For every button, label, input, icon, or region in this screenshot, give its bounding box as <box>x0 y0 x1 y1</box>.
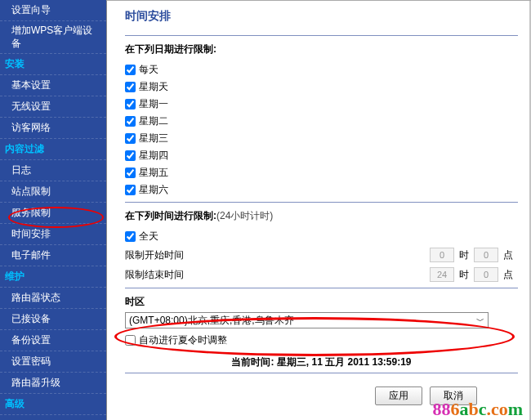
sidebar-item-basic[interactable]: 基本设置 <box>0 75 106 96</box>
start-time-label: 限制开始时间 <box>125 248 272 262</box>
chk-label: 星期三 <box>139 132 168 144</box>
chk-saturday[interactable] <box>125 185 136 195</box>
sidebar-item-wps[interactable]: 增加WPS客户端设备 <box>0 21 106 54</box>
tz-title: 时区 <box>125 295 518 309</box>
apply-button[interactable]: 应用 <box>375 386 422 405</box>
sidebar: 设置向导 增加WPS客户端设备 安装 基本设置 无线设置 访客网络 内容过滤 日… <box>0 0 106 420</box>
divider <box>125 288 518 288</box>
chk-label: 星期六 <box>139 184 168 195</box>
chk-label: 全天 <box>139 230 158 242</box>
chk-label: 自动进行夏令时调整 <box>139 334 227 346</box>
date-section-title: 在下列日期进行限制: <box>125 42 518 56</box>
chk-friday[interactable] <box>125 168 136 178</box>
end-min-input[interactable] <box>474 267 498 282</box>
chk-thursday[interactable] <box>125 150 136 161</box>
min-suffix: 点 <box>503 268 513 282</box>
sidebar-item-block-sites[interactable]: 站点限制 <box>0 181 106 203</box>
chk-sunday[interactable] <box>125 82 136 92</box>
time-note: (24小时计时) <box>216 210 273 221</box>
start-min-input[interactable] <box>474 248 498 262</box>
chevron-down-icon: ﹀ <box>476 315 484 327</box>
chk-label: 星期二 <box>139 115 168 127</box>
chk-label: 星期四 <box>139 150 168 161</box>
sidebar-item-password[interactable]: 设置密码 <box>0 351 106 373</box>
hour-suffix: 时 <box>459 248 469 262</box>
sidebar-item-guest[interactable]: 访客网络 <box>0 118 106 139</box>
current-time-label: 当前时间: <box>231 356 274 368</box>
sidebar-item-attached[interactable]: 已接设备 <box>0 309 106 330</box>
sidebar-item-log[interactable]: 日志 <box>0 160 106 181</box>
timezone-select[interactable]: (GMT+08:00)北京,重庆,香港,乌鲁木齐 ﹀ <box>125 312 489 328</box>
sidebar-item-wireless[interactable]: 无线设置 <box>0 96 106 118</box>
time-title-text: 在下列时间进行限制: <box>125 210 216 221</box>
chk-label: 每天 <box>139 64 158 75</box>
divider <box>125 202 518 203</box>
sidebar-item-status[interactable]: 路由器状态 <box>0 288 106 309</box>
end-hour-input[interactable] <box>430 267 454 282</box>
chk-label: 星期天 <box>139 81 168 92</box>
main-panel: 时间安排 在下列日期进行限制: 每天 星期天 星期一 星期二 星期三 星期四 星… <box>106 0 531 420</box>
sidebar-section-adv: 高级 <box>0 394 106 415</box>
page-title: 时间安排 <box>125 7 518 32</box>
chk-label: 星期一 <box>139 98 168 109</box>
chk-dst[interactable] <box>125 335 136 346</box>
sidebar-section-filter: 内容过滤 <box>0 139 106 160</box>
sidebar-item-email[interactable]: 电子邮件 <box>0 245 106 266</box>
chk-wednesday[interactable] <box>125 133 136 144</box>
sidebar-section-maint: 维护 <box>0 266 106 288</box>
current-time-value: 星期三, 11 五月 2011 13:59:19 <box>277 356 412 368</box>
sidebar-item-adv-wireless[interactable]: 无线设置 <box>0 415 106 420</box>
chk-label: 星期五 <box>139 167 168 178</box>
time-section-title: 在下列时间进行限制:(24小时计时) <box>125 209 518 223</box>
chk-monday[interactable] <box>125 99 136 109</box>
end-time-label: 限制结束时间 <box>125 268 272 282</box>
sidebar-section-install: 安装 <box>0 54 106 75</box>
min-suffix: 点 <box>503 248 513 262</box>
sidebar-item-upgrade[interactable]: 路由器升级 <box>0 373 106 394</box>
timezone-selected: (GMT+08:00)北京,重庆,香港,乌鲁木齐 <box>129 315 294 326</box>
sidebar-item-block-services[interactable]: 服务限制 <box>0 203 106 224</box>
sidebar-item-wizard[interactable]: 设置向导 <box>0 0 106 21</box>
divider <box>125 373 518 373</box>
chk-tuesday[interactable] <box>125 116 136 127</box>
divider <box>125 35 518 36</box>
hour-suffix: 时 <box>459 268 469 282</box>
sidebar-item-schedule[interactable]: 时间安排 <box>0 224 106 245</box>
sidebar-item-backup[interactable]: 备份设置 <box>0 330 106 351</box>
chk-every-day[interactable] <box>125 65 136 75</box>
cancel-button[interactable]: 取消 <box>430 386 477 405</box>
chk-all-day[interactable] <box>125 231 136 242</box>
start-hour-input[interactable] <box>430 248 454 262</box>
